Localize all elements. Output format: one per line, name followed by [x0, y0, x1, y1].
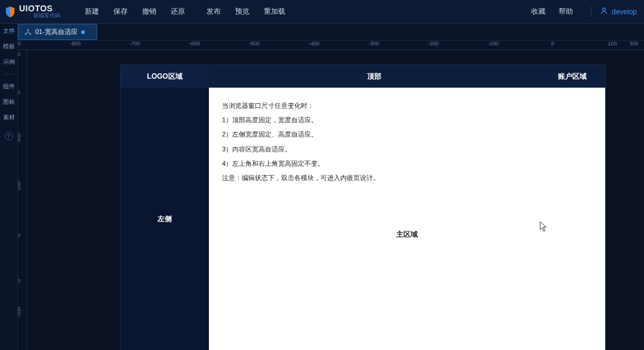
text-line-3: 3）内容区宽高自适应。 [222, 142, 592, 156]
menu-redo[interactable]: 还原 [171, 7, 185, 17]
rail-component[interactable]: 组件 [3, 83, 15, 90]
ruler-h-tick: -800 [70, 41, 81, 47]
region-logo[interactable]: LOGO区域 [121, 65, 209, 88]
menu-new[interactable]: 新建 [85, 7, 99, 17]
ruler-h-tick: -700 [130, 41, 140, 47]
ruler-h-tick: -300 [368, 41, 379, 47]
ruler-v-tick: 0 [18, 279, 21, 282]
menu-reload[interactable]: 重加载 [264, 7, 285, 17]
user-icon [600, 7, 608, 17]
user-menu[interactable]: develop [591, 7, 637, 17]
workspace[interactable]: -900-800-700-600-500-400-300-200-1000100… [18, 41, 644, 350]
menu-undo[interactable]: 撤销 [142, 7, 156, 17]
ruler-h-tick: -100 [488, 41, 498, 47]
tab-row: 01-宽高自适应 [0, 24, 644, 41]
ruler-v-tick: 0 [18, 234, 21, 237]
menu-preview[interactable]: 预览 [235, 7, 249, 17]
menu-primary: 新建 保存 撤销 还原 [85, 7, 185, 17]
rail-example[interactable]: 示例 [3, 58, 15, 66]
rail-material[interactable]: 素材 [3, 114, 15, 121]
left-rail: 文件 模板 示例 组件 图标 素材 ? [0, 24, 18, 350]
brand-logo: UIOTOS 前端零代码 [5, 4, 70, 20]
menu-publish[interactable]: 发布 [207, 7, 221, 17]
ruler-h-tick: 300 [629, 41, 638, 47]
design-frame[interactable]: LOGO区域 顶部 账户区域 左侧 当浏览器窗口尺寸任意变化时： 1）顶部高度固… [121, 65, 605, 350]
tab-active[interactable]: 01-宽高自适应 [18, 24, 97, 40]
user-name: develop [612, 8, 637, 16]
region-account[interactable]: 账户区域 [540, 65, 605, 88]
region-main-label: 主区域 [396, 230, 418, 240]
cursor-icon [540, 221, 548, 234]
rail-separator [4, 74, 14, 75]
ruler-v-tick: -100 [18, 307, 21, 318]
ruler-v-tick: 0 [18, 91, 21, 94]
ruler-h-tick: -500 [249, 41, 260, 47]
design-body-row: 左侧 当浏览器窗口尺寸任意变化时： 1）顶部高度固定，宽度自适应。 2）左侧宽度… [121, 88, 605, 350]
menu-save[interactable]: 保存 [113, 7, 128, 17]
svg-point-2 [25, 33, 26, 34]
rail-icon[interactable]: 图标 [3, 98, 15, 106]
ruler-v-tick: 200 [18, 181, 21, 190]
region-left[interactable]: 左侧 [121, 88, 209, 350]
ruler-v-tick: 300 [18, 133, 21, 142]
canvas[interactable]: LOGO区域 顶部 账户区域 左侧 当浏览器窗口尺寸任意变化时： 1）顶部高度固… [27, 50, 644, 350]
hierarchy-icon [24, 29, 32, 36]
ruler-h-tick: -600 [189, 41, 200, 47]
ruler-h-tick: 100 [608, 41, 617, 47]
ruler-vertical: 0030020000-100 [18, 50, 27, 350]
text-note: 注意：编辑状态下，双击各模块，可进入内嵌页设计。 [222, 171, 592, 185]
ruler-h-tick: -200 [428, 41, 439, 47]
region-main[interactable]: 当浏览器窗口尺寸任意变化时： 1）顶部高度固定，宽度自适应。 2）左侧宽度固定、… [209, 88, 605, 350]
tab-label: 01-宽高自适应 [35, 27, 78, 36]
text-title: 当浏览器窗口尺寸任意变化时： [222, 98, 592, 113]
svg-point-0 [603, 8, 606, 11]
app-header: UIOTOS 前端零代码 新建 保存 撤销 还原 发布 预览 重加载 收藏 帮助… [0, 0, 644, 24]
menu-secondary: 发布 预览 重加载 [207, 7, 285, 17]
text-line-4: 4）左上角和右上角宽高固定不变。 [222, 156, 592, 171]
ruler-horizontal: -900-800-700-600-500-400-300-200-1000100… [18, 41, 644, 50]
ruler-v-tick: 0 [18, 52, 21, 55]
ruler-h-tick: -900 [18, 41, 21, 47]
main-content-text: 当浏览器窗口尺寸任意变化时： 1）顶部高度固定，宽度自适应。 2）左侧宽度固定、… [209, 88, 605, 196]
rail-file[interactable]: 文件 [3, 27, 15, 35]
menu-favorite[interactable]: 收藏 [531, 7, 546, 17]
ruler-h-tick: 0 [551, 41, 554, 47]
help-icon[interactable]: ? [5, 132, 13, 140]
text-line-2: 2）左侧宽度固定、高度自适应。 [222, 127, 592, 141]
brand-tagline: 前端零代码 [33, 12, 60, 20]
region-header[interactable]: 顶部 [209, 65, 540, 88]
rail-template[interactable]: 模板 [3, 43, 15, 50]
menu-right: 收藏 帮助 develop [531, 7, 637, 17]
unsaved-dot-icon [81, 30, 85, 34]
svg-point-3 [30, 33, 31, 34]
text-line-1: 1）顶部高度固定，宽度自适应。 [222, 113, 592, 127]
shield-icon [5, 6, 16, 18]
menu-help[interactable]: 帮助 [559, 7, 573, 17]
svg-point-1 [27, 29, 29, 30]
design-top-row: LOGO区域 顶部 账户区域 [121, 65, 605, 88]
ruler-h-tick: -400 [309, 41, 319, 47]
